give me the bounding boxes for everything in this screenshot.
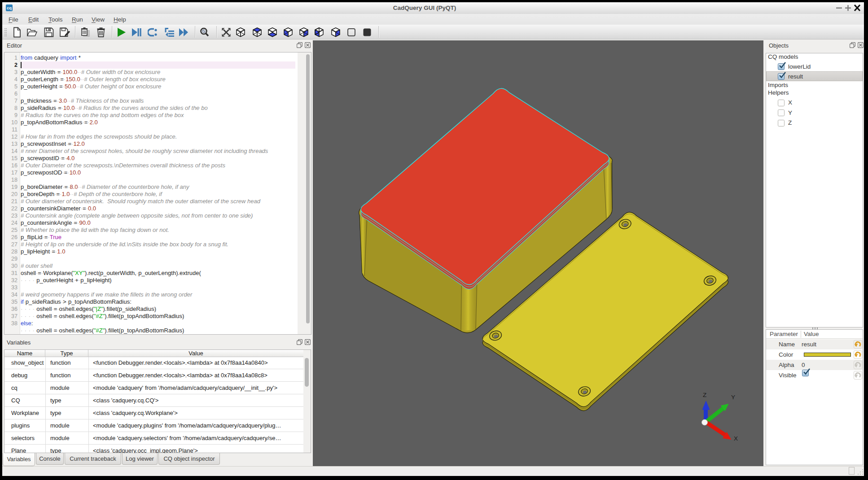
svg-text:Y: Y xyxy=(731,394,735,401)
svg-text:Z: Z xyxy=(703,392,706,398)
svg-text:X: X xyxy=(734,435,738,442)
